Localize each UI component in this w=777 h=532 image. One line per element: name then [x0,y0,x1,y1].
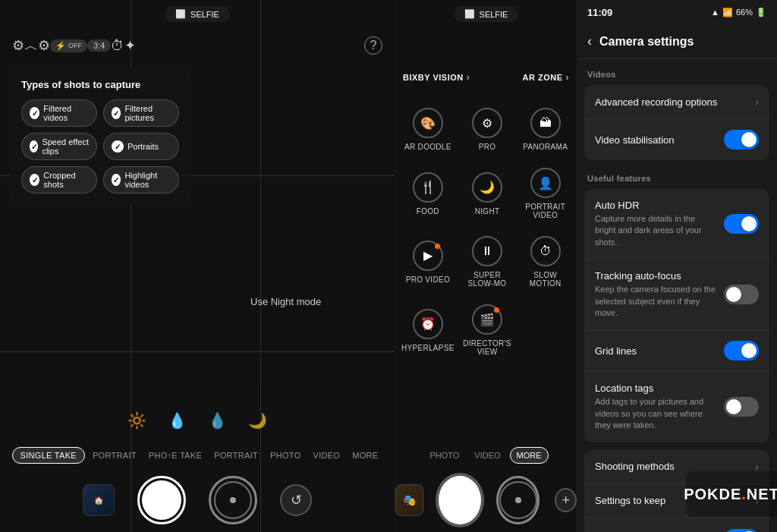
shot-chip-filtered-videos[interactable]: ✓ Filtered videos [21,99,97,127]
mode-directors-view[interactable]: 🎬 DIRECTOR'S VIEW [459,295,516,362]
battery-text: 66% [736,8,753,17]
directors-view-icon: 🎬 [472,304,502,335]
tracking-autofocus-title: Tracking auto-focus [595,270,716,282]
tab-photo-left[interactable]: PHOTO [266,448,305,463]
ratio-badge[interactable]: 3:4 [87,39,111,52]
wifi-icon: ▲ [711,8,719,17]
video-stabilisation-toggle[interactable] [724,130,759,150]
tab-photo-take[interactable]: PHO↑E TAKE [144,448,206,463]
aspect-up-icon[interactable]: ︿ [24,36,38,55]
mode-night[interactable]: 🌙 NIGHT [459,159,516,225]
mode-slow-motion[interactable]: ⏱ SLOW MOTION [517,227,574,294]
mode-pro-video[interactable]: ▶ PRO VIDEO [398,227,458,294]
pro-video-icon: ▶ [413,241,443,271]
auto-hdr-desc: Capture more details in the bright and d… [595,213,716,248]
location-tags-desc: Add tags to your pictures and videos so … [595,396,716,431]
shutter-row-left: 🏠 ↺ [0,476,395,524]
auto-hdr-row[interactable]: Auto HDR Capture more details in the bri… [584,189,769,260]
portrait-video-icon: 👤 [530,168,561,198]
shots-title: Types of shots to capture [21,79,179,90]
auto-hdr-toggle[interactable] [724,214,759,234]
section-videos-label: Videos [577,59,777,83]
settings-scroll[interactable]: Videos Advanced recording options › Vide… [577,59,777,532]
mode-tabs-left: SINGLE TAKE PORTRAIT PHO↑E TAKE PORTRAIT… [0,447,395,464]
flip-camera-button-left[interactable]: ↺ [280,484,312,516]
status-icons: ▲ 📶 66% 🔋 [711,8,766,17]
tab-more-right[interactable]: MORE [510,447,549,464]
effects-icon[interactable]: ✦ [124,37,136,54]
battery-icon: 🔋 [756,8,766,17]
shots-grid: ✓ Filtered videos ✓ Filtered pictures ✓ … [21,99,179,194]
tab-portrait2-left[interactable]: PORTRAIT [209,448,263,463]
help-icon[interactable]: ? [364,36,382,55]
settings-title: Camera settings [599,35,694,49]
tracking-autofocus-toggle[interactable] [724,285,759,304]
tab-more-left[interactable]: MORE [348,448,382,463]
camera-icon-right: ⬜ [464,9,475,19]
camera-left-panel: ⬜ SELFIE ⚙ ︿ ⚙ ⚡OFF 3:4 ⏱ ✦ ? Types of s… [0,0,395,532]
location-tags-row[interactable]: Location tags Add tags to your pictures … [584,372,769,442]
location-tags-toggle[interactable] [724,397,759,417]
shutter-button-right[interactable] [439,476,481,524]
tracking-autofocus-row[interactable]: Tracking auto-focus Keep the camera focu… [584,260,769,330]
mode-ar-doodle[interactable]: 🎨 AR DOODLE [398,99,458,157]
advanced-recording-row[interactable]: Advanced recording options › [584,85,769,119]
shot-chip-cropped-shots[interactable]: ✓ Cropped shots [21,166,97,194]
gallery-thumb-right[interactable]: 🎭 [395,484,423,516]
advanced-recording-arrow-icon: › [755,96,759,108]
super-slowmo-icon: ⏸ [472,236,502,266]
ar-zone-button[interactable]: AR ZONE › [523,72,570,83]
warmth-icon[interactable]: 🔆 [127,411,146,430]
shutter-ring-left[interactable] [209,476,257,524]
vibration-feedback-toggle[interactable] [724,529,759,532]
bixby-vision-button[interactable]: BIXBY VISION › [403,72,470,83]
location-tags-title: Location tags [595,382,716,394]
mode-panorama[interactable]: 🏔 PANORAMA [517,99,574,157]
mode-grid: 🎨 AR DOODLE ⚙ PRO 🏔 PANORAMA 🍴 FOOD 🌙 NI… [395,99,577,362]
useful-features-card: Auto HDR Capture more details in the bri… [584,189,769,442]
gallery-thumb-left[interactable]: 🏠 [83,484,115,516]
signal-icon: 📶 [722,8,733,17]
back-button[interactable]: ‹ [587,33,592,49]
night-icon: 🌙 [472,172,502,203]
camera-settings-icon[interactable]: ⚙ [38,37,50,54]
auto-hdr-title: Auto HDR [595,200,716,211]
tab-photo-right[interactable]: PHOTO [423,448,465,463]
vibration-feedback-row[interactable]: Vibration feedback [584,518,769,532]
grid-lines-toggle[interactable] [724,341,759,360]
water-drop-outline-icon[interactable]: 💧 [208,411,227,430]
video-stabilisation-title: Video stabilisation [595,134,716,146]
advanced-recording-title: Advanced recording options [595,96,747,108]
water-drop-icon[interactable]: 💧 [168,411,187,430]
add-mode-button[interactable]: + [555,488,577,512]
tab-video-right[interactable]: VIDEO [468,448,506,463]
shot-chip-filtered-pictures[interactable]: ✓ Filtered pictures [103,99,179,127]
mode-hyperlapse[interactable]: ⏰ HYPERLAPSE [398,295,458,362]
videos-card: Advanced recording options › Video stabi… [584,85,769,160]
mode-pro[interactable]: ⚙ PRO [459,99,516,157]
tab-portrait-left[interactable]: PORTRAIT [88,448,141,463]
bixby-chevron-icon: › [467,72,470,83]
mode-super-slowmo[interactable]: ⏸ SUPER SLOW-MO [459,227,516,294]
shooting-methods-title: Shooting methods [595,461,747,472]
status-time: 11:09 [587,7,612,18]
mode-portrait-video[interactable]: 👤 PORTRAIT VIDEO [517,159,574,225]
night-mode-text: Use Night mode [250,296,321,307]
tab-video-left[interactable]: VIDEO [309,448,345,463]
grid-lines-row[interactable]: Grid lines [584,330,769,372]
flash-off-icon[interactable]: ⚡OFF [50,39,87,52]
shot-chip-speed-effect[interactable]: ✓ Speed effect clips [21,133,97,160]
timer-icon[interactable]: ⏱ [111,38,124,54]
shutter-ring-right[interactable] [496,476,539,524]
shot-chip-portraits[interactable]: ✓ Portraits [103,133,179,160]
tab-single-take[interactable]: SINGLE TAKE [12,447,85,464]
video-stabilisation-row[interactable]: Video stabilisation [584,119,769,160]
shutter-button-left[interactable] [137,476,186,524]
slow-motion-icon: ⏱ [530,236,561,266]
settings-icon[interactable]: ⚙ [12,37,24,54]
shot-chip-highlight-videos[interactable]: ✓ Highlight videos [103,166,179,194]
mode-food[interactable]: 🍴 FOOD [398,159,458,225]
pokde-text: POKDE.NET [684,486,777,503]
check-icon: ✓ [30,107,39,119]
moon-icon[interactable]: 🌙 [248,411,267,430]
